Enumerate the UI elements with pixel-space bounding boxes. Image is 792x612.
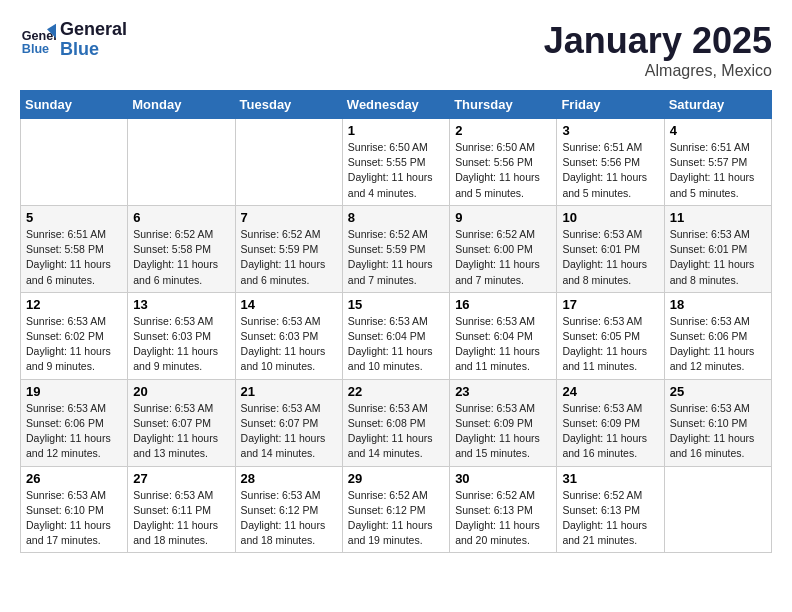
day-number: 6 bbox=[133, 210, 229, 225]
calendar-cell: 26Sunrise: 6:53 AM Sunset: 6:10 PM Dayli… bbox=[21, 466, 128, 553]
calendar-cell: 23Sunrise: 6:53 AM Sunset: 6:09 PM Dayli… bbox=[450, 379, 557, 466]
day-of-week-header: Saturday bbox=[664, 91, 771, 119]
day-of-week-header: Friday bbox=[557, 91, 664, 119]
day-info: Sunrise: 6:53 AM Sunset: 6:10 PM Dayligh… bbox=[26, 488, 122, 549]
calendar-cell: 25Sunrise: 6:53 AM Sunset: 6:10 PM Dayli… bbox=[664, 379, 771, 466]
calendar-week-row: 19Sunrise: 6:53 AM Sunset: 6:06 PM Dayli… bbox=[21, 379, 772, 466]
day-info: Sunrise: 6:51 AM Sunset: 5:56 PM Dayligh… bbox=[562, 140, 658, 201]
day-number: 30 bbox=[455, 471, 551, 486]
calendar-cell: 5Sunrise: 6:51 AM Sunset: 5:58 PM Daylig… bbox=[21, 205, 128, 292]
day-info: Sunrise: 6:50 AM Sunset: 5:55 PM Dayligh… bbox=[348, 140, 444, 201]
calendar-cell: 10Sunrise: 6:53 AM Sunset: 6:01 PM Dayli… bbox=[557, 205, 664, 292]
calendar-cell: 15Sunrise: 6:53 AM Sunset: 6:04 PM Dayli… bbox=[342, 292, 449, 379]
calendar-cell bbox=[235, 119, 342, 206]
day-of-week-header: Wednesday bbox=[342, 91, 449, 119]
logo-icon: General Blue bbox=[20, 22, 56, 58]
calendar-cell: 20Sunrise: 6:53 AM Sunset: 6:07 PM Dayli… bbox=[128, 379, 235, 466]
day-info: Sunrise: 6:53 AM Sunset: 6:08 PM Dayligh… bbox=[348, 401, 444, 462]
day-number: 16 bbox=[455, 297, 551, 312]
calendar-cell: 11Sunrise: 6:53 AM Sunset: 6:01 PM Dayli… bbox=[664, 205, 771, 292]
day-number: 18 bbox=[670, 297, 766, 312]
calendar-cell: 16Sunrise: 6:53 AM Sunset: 6:04 PM Dayli… bbox=[450, 292, 557, 379]
day-of-week-header: Tuesday bbox=[235, 91, 342, 119]
calendar-cell: 18Sunrise: 6:53 AM Sunset: 6:06 PM Dayli… bbox=[664, 292, 771, 379]
day-info: Sunrise: 6:53 AM Sunset: 6:09 PM Dayligh… bbox=[455, 401, 551, 462]
day-number: 22 bbox=[348, 384, 444, 399]
calendar-cell: 12Sunrise: 6:53 AM Sunset: 6:02 PM Dayli… bbox=[21, 292, 128, 379]
calendar-cell: 27Sunrise: 6:53 AM Sunset: 6:11 PM Dayli… bbox=[128, 466, 235, 553]
calendar-body: 1Sunrise: 6:50 AM Sunset: 5:55 PM Daylig… bbox=[21, 119, 772, 553]
day-number: 15 bbox=[348, 297, 444, 312]
calendar-subtitle: Almagres, Mexico bbox=[544, 62, 772, 80]
day-info: Sunrise: 6:53 AM Sunset: 6:07 PM Dayligh… bbox=[133, 401, 229, 462]
calendar-cell: 2Sunrise: 6:50 AM Sunset: 5:56 PM Daylig… bbox=[450, 119, 557, 206]
logo-general: General bbox=[60, 20, 127, 40]
calendar-week-row: 5Sunrise: 6:51 AM Sunset: 5:58 PM Daylig… bbox=[21, 205, 772, 292]
day-info: Sunrise: 6:53 AM Sunset: 6:10 PM Dayligh… bbox=[670, 401, 766, 462]
calendar-cell: 14Sunrise: 6:53 AM Sunset: 6:03 PM Dayli… bbox=[235, 292, 342, 379]
calendar-cell: 28Sunrise: 6:53 AM Sunset: 6:12 PM Dayli… bbox=[235, 466, 342, 553]
day-info: Sunrise: 6:53 AM Sunset: 6:06 PM Dayligh… bbox=[670, 314, 766, 375]
logo-blue: Blue bbox=[60, 40, 127, 60]
day-info: Sunrise: 6:53 AM Sunset: 6:02 PM Dayligh… bbox=[26, 314, 122, 375]
calendar-cell: 17Sunrise: 6:53 AM Sunset: 6:05 PM Dayli… bbox=[557, 292, 664, 379]
calendar-cell: 3Sunrise: 6:51 AM Sunset: 5:56 PM Daylig… bbox=[557, 119, 664, 206]
day-info: Sunrise: 6:51 AM Sunset: 5:58 PM Dayligh… bbox=[26, 227, 122, 288]
calendar-week-row: 26Sunrise: 6:53 AM Sunset: 6:10 PM Dayli… bbox=[21, 466, 772, 553]
day-info: Sunrise: 6:52 AM Sunset: 6:13 PM Dayligh… bbox=[562, 488, 658, 549]
day-number: 29 bbox=[348, 471, 444, 486]
day-info: Sunrise: 6:53 AM Sunset: 6:05 PM Dayligh… bbox=[562, 314, 658, 375]
day-number: 11 bbox=[670, 210, 766, 225]
day-of-week-header: Sunday bbox=[21, 91, 128, 119]
calendar-cell: 24Sunrise: 6:53 AM Sunset: 6:09 PM Dayli… bbox=[557, 379, 664, 466]
day-info: Sunrise: 6:53 AM Sunset: 6:01 PM Dayligh… bbox=[670, 227, 766, 288]
day-number: 26 bbox=[26, 471, 122, 486]
calendar-cell: 13Sunrise: 6:53 AM Sunset: 6:03 PM Dayli… bbox=[128, 292, 235, 379]
day-info: Sunrise: 6:51 AM Sunset: 5:57 PM Dayligh… bbox=[670, 140, 766, 201]
day-number: 1 bbox=[348, 123, 444, 138]
calendar-header: SundayMondayTuesdayWednesdayThursdayFrid… bbox=[21, 91, 772, 119]
day-number: 8 bbox=[348, 210, 444, 225]
day-info: Sunrise: 6:53 AM Sunset: 6:03 PM Dayligh… bbox=[241, 314, 337, 375]
calendar-cell: 1Sunrise: 6:50 AM Sunset: 5:55 PM Daylig… bbox=[342, 119, 449, 206]
day-info: Sunrise: 6:52 AM Sunset: 6:13 PM Dayligh… bbox=[455, 488, 551, 549]
day-number: 28 bbox=[241, 471, 337, 486]
day-number: 2 bbox=[455, 123, 551, 138]
day-info: Sunrise: 6:53 AM Sunset: 6:04 PM Dayligh… bbox=[348, 314, 444, 375]
calendar-week-row: 1Sunrise: 6:50 AM Sunset: 5:55 PM Daylig… bbox=[21, 119, 772, 206]
day-number: 23 bbox=[455, 384, 551, 399]
day-number: 24 bbox=[562, 384, 658, 399]
day-number: 27 bbox=[133, 471, 229, 486]
logo: General Blue General Blue bbox=[20, 20, 127, 60]
day-info: Sunrise: 6:53 AM Sunset: 6:01 PM Dayligh… bbox=[562, 227, 658, 288]
day-number: 25 bbox=[670, 384, 766, 399]
calendar-cell: 6Sunrise: 6:52 AM Sunset: 5:58 PM Daylig… bbox=[128, 205, 235, 292]
calendar-cell: 30Sunrise: 6:52 AM Sunset: 6:13 PM Dayli… bbox=[450, 466, 557, 553]
day-info: Sunrise: 6:53 AM Sunset: 6:04 PM Dayligh… bbox=[455, 314, 551, 375]
calendar-cell: 8Sunrise: 6:52 AM Sunset: 5:59 PM Daylig… bbox=[342, 205, 449, 292]
day-info: Sunrise: 6:52 AM Sunset: 6:12 PM Dayligh… bbox=[348, 488, 444, 549]
calendar-cell: 21Sunrise: 6:53 AM Sunset: 6:07 PM Dayli… bbox=[235, 379, 342, 466]
day-info: Sunrise: 6:53 AM Sunset: 6:07 PM Dayligh… bbox=[241, 401, 337, 462]
day-info: Sunrise: 6:53 AM Sunset: 6:12 PM Dayligh… bbox=[241, 488, 337, 549]
calendar-cell: 29Sunrise: 6:52 AM Sunset: 6:12 PM Dayli… bbox=[342, 466, 449, 553]
day-number: 14 bbox=[241, 297, 337, 312]
calendar-table: SundayMondayTuesdayWednesdayThursdayFrid… bbox=[20, 90, 772, 553]
day-number: 21 bbox=[241, 384, 337, 399]
calendar-cell bbox=[21, 119, 128, 206]
calendar-cell: 7Sunrise: 6:52 AM Sunset: 5:59 PM Daylig… bbox=[235, 205, 342, 292]
day-info: Sunrise: 6:53 AM Sunset: 6:11 PM Dayligh… bbox=[133, 488, 229, 549]
day-number: 3 bbox=[562, 123, 658, 138]
calendar-week-row: 12Sunrise: 6:53 AM Sunset: 6:02 PM Dayli… bbox=[21, 292, 772, 379]
page-header: General Blue General Blue January 2025 A… bbox=[20, 20, 772, 80]
day-info: Sunrise: 6:52 AM Sunset: 5:58 PM Dayligh… bbox=[133, 227, 229, 288]
day-number: 12 bbox=[26, 297, 122, 312]
day-info: Sunrise: 6:50 AM Sunset: 5:56 PM Dayligh… bbox=[455, 140, 551, 201]
calendar-title: January 2025 bbox=[544, 20, 772, 62]
calendar-cell: 31Sunrise: 6:52 AM Sunset: 6:13 PM Dayli… bbox=[557, 466, 664, 553]
day-of-week-header: Thursday bbox=[450, 91, 557, 119]
calendar-cell: 4Sunrise: 6:51 AM Sunset: 5:57 PM Daylig… bbox=[664, 119, 771, 206]
calendar-cell: 22Sunrise: 6:53 AM Sunset: 6:08 PM Dayli… bbox=[342, 379, 449, 466]
day-info: Sunrise: 6:53 AM Sunset: 6:06 PM Dayligh… bbox=[26, 401, 122, 462]
day-number: 5 bbox=[26, 210, 122, 225]
